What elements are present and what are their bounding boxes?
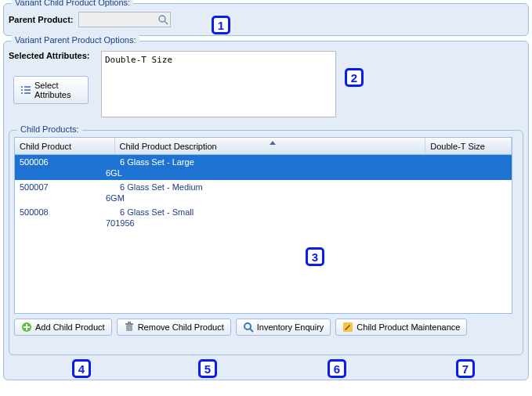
col-header-desc-label: Child Product Description [120, 142, 217, 151]
child-product-maintenance-label: Child Product Maintenance [356, 322, 460, 332]
table-row[interactable]: 5000066 Glass Set - Large6GL [15, 155, 512, 180]
cell-size [15, 167, 101, 180]
cell-code: 500008 [15, 205, 115, 218]
col-header-desc[interactable]: Child Product Description [115, 138, 426, 154]
variant-child-options-legend: Variant Child Product Options: [12, 0, 133, 7]
svg-rect-3 [21, 89, 23, 91]
svg-rect-6 [24, 89, 31, 91]
svg-rect-11 [126, 325, 132, 331]
selected-attributes-label: Selected Attributes: [9, 51, 96, 60]
callout-4: 4 [72, 359, 91, 378]
variant-parent-options-legend: Variant Parent Product Options: [12, 35, 139, 45]
cell-sub: 701956 [101, 218, 201, 229]
svg-point-14 [244, 323, 251, 329]
cell-sub: 6GL [101, 167, 201, 178]
grid-body: 5000066 Glass Set - Large6GL5000076 Glas… [15, 155, 512, 230]
cell-code: 500006 [15, 155, 115, 167]
svg-rect-12 [125, 323, 133, 325]
add-child-product-label: Add Child Product [35, 322, 105, 332]
button-bar: Add Child Product Remove Child Product I… [14, 314, 518, 336]
table-row[interactable]: 5000086 Glass Set - Small701956 [15, 205, 512, 230]
col-header-size[interactable]: Double-T Size [425, 138, 512, 154]
remove-child-product-label: Remove Child Product [138, 322, 224, 332]
plus-icon [21, 322, 32, 333]
parent-product-label: Parent Product: [9, 15, 74, 24]
svg-line-1 [165, 21, 168, 24]
callout-7: 7 [456, 359, 475, 378]
child-products-grid: Child Product Child Product Description … [14, 137, 512, 314]
callout-5: 5 [198, 359, 217, 378]
selected-attributes-textarea[interactable]: Double-T Size [101, 51, 336, 117]
callout-2: 2 [345, 68, 364, 87]
grid-header: Child Product Child Product Description … [15, 138, 512, 155]
select-attributes-label: Select Attributes [34, 81, 81, 99]
cell-size [15, 193, 101, 205]
table-row[interactable]: 5000076 Glass Set - Medium6GM [15, 180, 512, 205]
variant-parent-options-panel: Variant Parent Product Options: Selected… [3, 41, 529, 380]
inventory-enquiry-label: Inventory Enquiry [257, 322, 324, 332]
remove-child-product-button[interactable]: Remove Child Product [117, 319, 231, 336]
svg-rect-10 [24, 326, 30, 328]
svg-line-15 [250, 329, 253, 332]
search-icon [243, 322, 254, 333]
cell-desc: 6 Glass Set - Medium [115, 180, 427, 193]
svg-rect-5 [24, 86, 31, 88]
svg-rect-13 [128, 322, 131, 323]
variant-child-options-panel: Variant Child Product Options: Parent Pr… [3, 3, 529, 36]
callout-1: 1 [212, 16, 230, 34]
search-icon[interactable] [157, 14, 168, 25]
child-products-panel: Child Products: Child Product Child Prod… [9, 130, 523, 355]
cell-sub: 6GM [101, 193, 201, 203]
svg-rect-7 [24, 92, 31, 94]
callout-6: 6 [328, 359, 346, 378]
add-child-product-button[interactable]: Add Child Product [14, 319, 112, 336]
child-products-legend: Child Products: [17, 124, 82, 134]
sort-asc-icon [270, 141, 276, 145]
cell-code: 500007 [15, 180, 115, 193]
cell-desc: 6 Glass Set - Small [115, 205, 427, 218]
svg-point-0 [159, 16, 165, 22]
list-icon [20, 85, 31, 95]
col-header-code[interactable]: Child Product [15, 138, 115, 154]
select-attributes-button[interactable]: Select Attributes [13, 76, 89, 104]
callout-3: 3 [306, 247, 324, 266]
cell-size [15, 218, 101, 230]
svg-rect-4 [21, 92, 23, 94]
edit-icon [342, 322, 353, 333]
child-product-maintenance-button[interactable]: Child Product Maintenance [335, 319, 467, 336]
inventory-enquiry-button[interactable]: Inventory Enquiry [236, 319, 331, 336]
svg-rect-2 [21, 86, 23, 88]
trash-icon [124, 322, 135, 333]
cell-desc: 6 Glass Set - Large [115, 155, 427, 167]
